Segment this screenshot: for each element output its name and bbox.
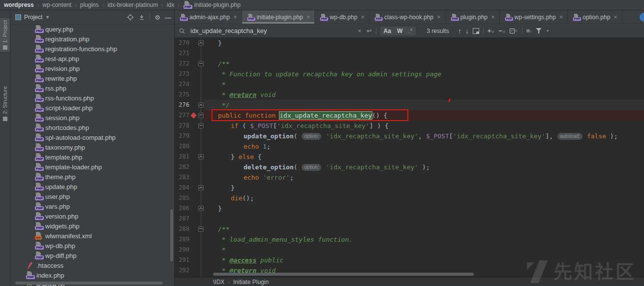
code-line[interactable]: 284}	[175, 183, 644, 193]
editor-tab[interactable]: PHPwp-db.php×	[315, 10, 369, 24]
code-text[interactable]: */	[204, 100, 644, 110]
select-all-occurrences-icon[interactable]: ✓II	[510, 29, 518, 33]
tab-close-icon[interactable]: ×	[307, 13, 310, 21]
code-text[interactable]: }	[204, 38, 644, 48]
code-line[interactable]: 276 */	[175, 100, 644, 110]
tree-item[interactable]: PHPscript-loader.php	[10, 103, 174, 113]
editor-tab[interactable]: PHPwp-settings.php×	[500, 10, 568, 24]
newline-icon[interactable]	[366, 28, 372, 34]
tree-item[interactable]: PHPregistration.php	[10, 34, 174, 44]
editor-tab[interactable]: PHPclass-wp-hook.php×	[369, 10, 446, 24]
breadcrumb-item[interactable]: wordpress	[4, 1, 34, 8]
code-line[interactable]: 274 *	[175, 79, 644, 90]
tab-close-icon[interactable]: ×	[559, 13, 563, 21]
code-line[interactable]: 281} else {	[175, 152, 644, 162]
breakpoint-icon[interactable]	[190, 112, 197, 119]
search-toggle-Aa[interactable]: Aa	[381, 27, 394, 35]
code-text[interactable]: update_option( option: 'idx_recaptcha_si…	[204, 131, 644, 141]
tree-item[interactable]: PHPtheme.php	[10, 172, 174, 182]
tab-close-icon[interactable]: ×	[437, 13, 441, 21]
code-line[interactable]: 273 * Function to update recaptcha key o…	[175, 69, 644, 79]
editor-tab[interactable]: PHPplugin.php×	[446, 10, 500, 24]
tab-close-icon[interactable]: ×	[233, 13, 237, 21]
editor-tab[interactable]: PHPinitiate-plugin.php×	[242, 10, 315, 24]
code-text[interactable]: echo 1;	[204, 141, 644, 152]
code-text[interactable]: public function idx_update_recaptcha_key…	[204, 110, 644, 121]
stripe-tab-project[interactable]: 1: Project	[0, 18, 10, 52]
tree-item[interactable]: PHPtemplate.php	[10, 152, 174, 162]
locate-file-icon[interactable]	[127, 14, 134, 21]
search-icon[interactable]	[179, 28, 185, 34]
tree-item[interactable]: PHPwp-diff.php	[10, 251, 174, 260]
code-line[interactable]: 287	[175, 214, 644, 224]
code-line[interactable]: 286}	[175, 203, 644, 214]
tree-item[interactable]: .htaccess	[10, 260, 174, 270]
code-line[interactable]: 282delete_option( option: 'idx_recaptcha…	[175, 162, 644, 172]
editor-horizontal-scrollbar[interactable]	[213, 273, 474, 276]
gear-icon[interactable]: ⚙	[154, 14, 160, 21]
tree-item[interactable]: PHPspl-autoload-compat.php	[10, 132, 174, 142]
code-text[interactable]: }	[204, 183, 644, 193]
tree-vertical-scrollbar[interactable]	[170, 209, 173, 261]
tree-item[interactable]: PHPrss.php	[10, 83, 174, 93]
tree-item[interactable]: PHPtemplate-loader.php	[10, 162, 174, 172]
code-line[interactable]: 278if ( $_POST['idx_recaptcha_site_key']…	[175, 121, 644, 131]
code-text[interactable]	[204, 48, 644, 59]
tab-close-icon[interactable]: ×	[491, 13, 495, 21]
code-line[interactable]: 271	[175, 48, 644, 59]
code-line[interactable]: 270}	[175, 38, 644, 48]
breakpoint-slot[interactable]	[189, 113, 197, 118]
code-text[interactable]: *	[204, 245, 644, 255]
fold-marker-icon[interactable]	[198, 123, 204, 128]
search-toggle-W[interactable]: W	[395, 27, 405, 35]
tree-item[interactable]: PHPversion.php	[10, 211, 174, 221]
stripe-tab-structure[interactable]: 2: Structure	[0, 84, 10, 123]
tree-item[interactable]: PHPuser.php	[10, 191, 174, 201]
code-line[interactable]: 291 * @access public	[175, 255, 644, 265]
code-text[interactable]: die();	[204, 193, 644, 203]
breadcrumb-item[interactable]: Initiate Plugin	[233, 279, 269, 286]
code-text[interactable]: }	[204, 203, 644, 214]
tree-item[interactable]: PHPvars.php	[10, 201, 174, 211]
breadcrumb-root[interactable]: \IDX	[213, 279, 224, 286]
close-icon[interactable]: ×	[358, 27, 362, 34]
tree-item[interactable]: PHPquery.php	[10, 24, 174, 34]
fold-marker-icon[interactable]	[198, 154, 204, 159]
tab-close-icon[interactable]: ×	[361, 13, 365, 21]
tree-item[interactable]: PHPtaxonomy.php	[10, 142, 174, 152]
tree-item[interactable]: PHPsession.php	[10, 113, 174, 123]
fold-marker-icon[interactable]	[198, 113, 204, 118]
tree-item[interactable]: PHPrevision.php	[10, 64, 174, 73]
tree-item[interactable]: PHPrest-api.php	[10, 54, 174, 64]
previous-occurrence-icon[interactable]: ↑	[458, 27, 461, 35]
editor-tab[interactable]: PHPoption.php×	[568, 10, 622, 24]
tree-item[interactable]: PHPrss-functions.php	[10, 93, 174, 103]
breadcrumb-item[interactable]: idx	[167, 1, 174, 8]
code-text[interactable]: } else {	[204, 152, 644, 162]
fold-marker-icon[interactable]	[198, 61, 204, 66]
tab-close-icon[interactable]: ×	[613, 13, 617, 21]
tree-item[interactable]: PHPwidgets.php	[10, 221, 174, 231]
breadcrumb-item[interactable]: wp-content	[42, 1, 71, 8]
code-line[interactable]: 280echo 1;	[175, 141, 644, 152]
tree-item[interactable]: PHPshortcodes.php	[10, 123, 174, 132]
search-in-selection-icon[interactable]: ≡I	[526, 27, 532, 34]
fold-marker-icon[interactable]	[198, 206, 204, 211]
tree-item[interactable]: PHPupdate.php	[10, 182, 174, 191]
fold-marker-icon[interactable]	[198, 226, 204, 232]
code-text[interactable]: * Function to update recaptcha key on ad…	[204, 69, 644, 79]
code-line[interactable]: 283echo 'error';	[175, 172, 644, 183]
code-text[interactable]: * load_admin_menu_styles function.	[204, 234, 644, 245]
filter-icon[interactable]	[536, 28, 542, 33]
code-text[interactable]: * @access public	[204, 255, 644, 265]
search-input[interactable]	[189, 27, 354, 35]
tree-horizontal-scrollbar[interactable]	[15, 282, 163, 285]
code-editor[interactable]: 270}271272/**273 * Function to update re…	[175, 38, 644, 278]
collapse-all-icon[interactable]	[138, 14, 145, 21]
code-line[interactable]: 279update_option( option: 'idx_recaptcha…	[175, 131, 644, 141]
fold-marker-icon[interactable]	[198, 40, 204, 46]
hide-panel-icon[interactable]: —	[165, 14, 171, 21]
tree-item[interactable]: PHPregistration-functions.php	[10, 44, 174, 54]
code-line[interactable]: 290 *	[175, 245, 644, 255]
code-text[interactable]: echo 'error';	[204, 172, 644, 183]
